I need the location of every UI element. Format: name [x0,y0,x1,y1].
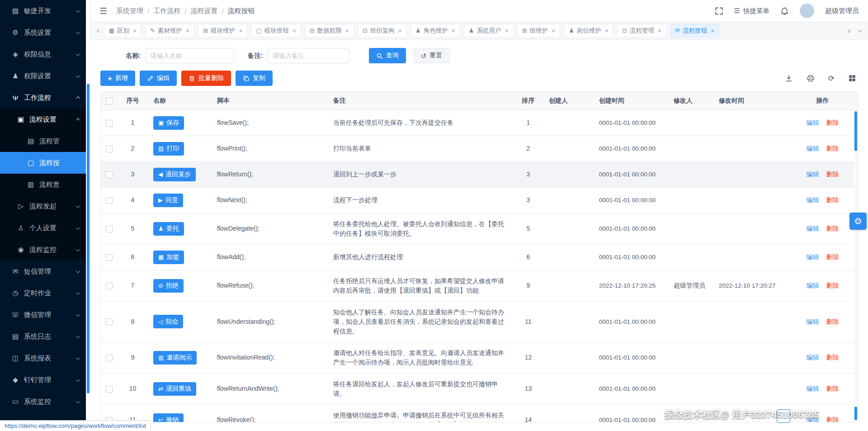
sidebar-item[interactable]: ◫系统报表 [0,347,86,369]
search-button[interactable]: 查询 [369,48,406,63]
tab-close-icon[interactable]: × [711,27,714,34]
tab-close-icon[interactable]: × [452,27,455,34]
row-checkbox[interactable] [106,120,113,127]
sidebar-item[interactable]: Ψ工作流程 [0,87,86,109]
tab-item[interactable]: ⟳流程按钮× [670,24,719,38]
sidebar-item[interactable]: ▥流程意 [0,174,86,195]
tab-item[interactable]: ⊟数据权限× [305,24,354,38]
delete-link[interactable]: 删除 [826,196,839,204]
fullscreen-icon[interactable] [715,7,723,15]
delete-link[interactable]: 删除 [826,416,839,422]
tab-item[interactable]: ⊡组织架构× [358,24,407,38]
sidebar-item[interactable]: ◈权限信息 [0,43,86,65]
delete-link[interactable]: 删除 [826,145,839,152]
row-checkbox[interactable] [106,355,113,361]
tab-item[interactable]: ♟岗位维护× [564,24,613,38]
select-all-checkbox[interactable] [106,98,113,104]
tab-item[interactable]: ⊡流程管理× [617,24,666,38]
sidebar-item[interactable]: ▣流程设置 [0,109,86,130]
sidebar-item[interactable]: ▢流程按 [0,152,86,174]
tab-close-icon[interactable]: × [605,27,609,34]
breadcrumb-item[interactable]: 系统管理 [116,7,143,15]
tab-item[interactable]: ⊞组维护× [517,24,561,38]
add-button[interactable]: + 新增 [100,71,135,86]
copy-button[interactable]: 复制 [236,71,273,86]
delete-link[interactable]: 删除 [826,354,839,361]
breadcrumb-item[interactable]: 工作流程 [153,7,180,15]
flow-action-button[interactable]: ♟委托 [153,222,184,236]
tab-close-icon[interactable]: × [552,27,555,34]
tab-item[interactable]: ▦区划× [104,24,142,38]
delete-link[interactable]: 删除 [826,253,839,260]
tab-close-icon[interactable]: × [398,27,402,34]
delete-link[interactable]: 删除 [826,171,839,178]
sidebar-scrollbar-thumb[interactable] [87,84,90,393]
tab-close-icon[interactable]: × [345,27,349,34]
row-checkbox[interactable] [106,146,113,152]
remark-filter-input[interactable] [268,48,349,63]
sidebar-item[interactable]: ▤流程管 [0,130,86,152]
edit-link[interactable]: 编辑 [807,145,819,152]
delete-link[interactable]: 删除 [826,282,839,289]
quick-menu-button[interactable]: ☰ 快捷菜单 [734,7,769,15]
tab-item[interactable]: ▢模块按钮× [251,24,301,38]
sidebar-item[interactable]: ⚙系统设置 [0,22,86,43]
sidebar-item[interactable]: ☏微信管理 [0,304,86,326]
tab-item[interactable]: ♟角色维护× [410,24,460,38]
edit-link[interactable]: 编辑 [807,119,819,126]
tabs-dropdown-icon[interactable] [855,29,862,32]
flow-action-button[interactable]: ▤打印 [153,142,184,156]
sidebar-item[interactable]: ◉流程监控 [0,239,86,260]
tab-close-icon[interactable]: × [505,27,509,34]
batch-delete-button[interactable]: 批量删除 [181,71,231,86]
tab-item[interactable]: ⊞模块维护× [198,24,247,38]
menu-collapse-icon[interactable]: ☰ [99,6,107,16]
edit-link[interactable]: 编辑 [807,196,819,204]
download-icon[interactable] [785,74,793,82]
flow-action-button[interactable]: ▦加签 [153,251,184,264]
tab-close-icon[interactable]: × [292,27,296,34]
sidebar-item[interactable]: ♟权限设置 [0,65,86,87]
refresh-icon[interactable]: ⟳ [828,75,835,82]
table-scrollbar-thumb-bottom[interactable] [854,407,857,420]
flow-action-button[interactable]: ⇄退回重填 [153,382,196,396]
sidebar-item[interactable]: ✉短信管理 [0,260,86,282]
edit-link[interactable]: 编辑 [807,253,819,260]
sidebar-item[interactable]: ◷定时作业 [0,282,86,304]
sidebar-scrollbar[interactable] [86,0,90,431]
breadcrumb-item[interactable]: 流程设置 [190,7,217,15]
sidebar-item[interactable]: ◆钉钉管理 [0,369,86,391]
row-checkbox[interactable] [106,386,113,393]
row-checkbox[interactable] [106,197,113,204]
row-checkbox[interactable] [106,318,113,325]
tab-close-icon[interactable]: × [658,27,661,34]
table-scrollbar-thumb[interactable] [854,111,857,151]
flow-action-button[interactable]: ▶同意 [153,194,183,207]
row-checkbox[interactable] [106,283,113,289]
edit-link[interactable]: 编辑 [807,171,819,178]
delete-link[interactable]: 删除 [826,385,839,392]
tab-close-icon[interactable]: × [186,27,189,34]
sidebar-item[interactable]: ▭系统监控 [0,391,86,412]
sidebar-item[interactable]: ▷流程发起 [0,195,86,217]
tabs-scroll-right-icon[interactable]: › [848,27,850,34]
print-icon[interactable] [807,74,815,82]
flow-action-button[interactable]: ◀退回某步 [153,168,196,181]
tabs-scroll-left-icon[interactable]: ‹ [97,27,99,34]
tab-close-icon[interactable]: × [133,27,137,34]
tab-item[interactable]: ♟系统用户× [464,24,514,38]
delete-link[interactable]: 删除 [826,225,839,232]
flow-action-button[interactable]: ⊘拒绝 [153,279,184,293]
flow-action-button[interactable]: ▥邀请阅示 [153,351,197,365]
edit-link[interactable]: 编辑 [807,318,819,325]
edit-link[interactable]: 编辑 [807,225,819,232]
name-filter-input[interactable] [146,48,234,63]
table-scrollbar[interactable] [854,110,858,422]
edit-link[interactable]: 编辑 [807,385,819,392]
breadcrumb-item[interactable]: 流程按钮 [228,7,255,15]
row-checkbox[interactable] [106,171,113,178]
row-checkbox[interactable] [106,226,113,232]
delete-link[interactable]: 删除 [826,119,839,126]
row-checkbox[interactable] [106,254,113,261]
reset-button[interactable]: ↺ 重置 [413,48,450,63]
